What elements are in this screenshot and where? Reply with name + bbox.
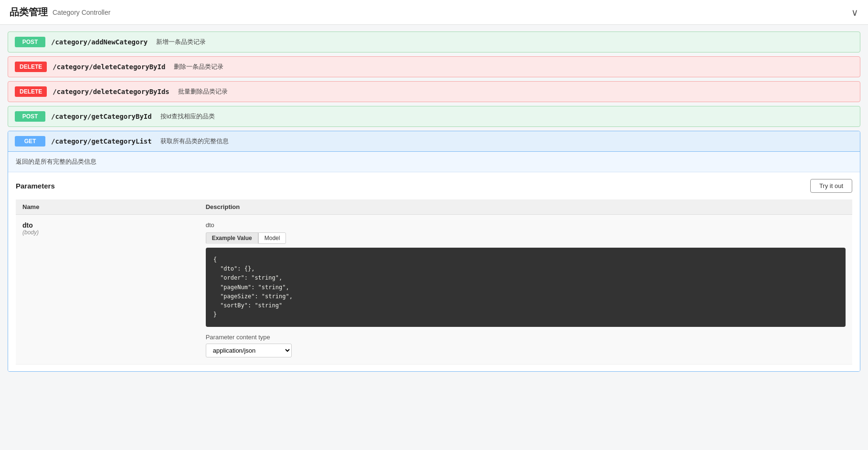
page-header: 品类管理 Category Controller ∨	[0, 0, 868, 25]
chevron-down-icon[interactable]: ∨	[851, 7, 858, 18]
method-badge-post: POST	[15, 111, 45, 122]
expanded-endpoint-desc: 获取所有品类的完整信息	[160, 137, 229, 146]
param-location: (body)	[22, 229, 192, 236]
example-value-tabs: Example Value Model	[206, 232, 846, 244]
page-title-en: Category Controller	[53, 9, 110, 16]
page-title-cn: 品类管理	[10, 6, 48, 19]
endpoint-desc: 批量删除品类记录	[178, 87, 228, 96]
param-name: dto	[22, 221, 192, 229]
endpoint-path: /category/getCategoryById	[51, 113, 152, 120]
table-header-row: Name Description	[16, 199, 852, 215]
param-desc: dto	[206, 221, 846, 229]
params-table: Name Description dto (body) dto Exam	[16, 199, 852, 365]
method-badge-delete: DELETE	[15, 62, 47, 72]
header-left: 品类管理 Category Controller	[10, 6, 110, 19]
endpoint-desc: 新增一条品类记录	[156, 38, 206, 46]
content-type-label: Parameter content type	[206, 334, 846, 341]
endpoint-desc: 删除一条品类记录	[174, 63, 223, 71]
endpoint-row[interactable]: DELETE /category/deleteCategoryById 删除一条…	[8, 56, 860, 77]
expanded-endpoint-path: /category/getCategoryList	[51, 137, 152, 145]
endpoint-row[interactable]: POST /category/addNewCategory 新增一条品类记录	[8, 31, 860, 52]
parameters-title: Parameters	[16, 182, 55, 190]
endpoint-row[interactable]: POST /category/getCategoryById 按id查找相应的品…	[8, 106, 860, 127]
col-header-description: Description	[199, 199, 852, 215]
model-tab[interactable]: Model	[258, 232, 286, 244]
code-block: { "dto": {}, "order": "string", "pageNum…	[206, 248, 846, 327]
endpoints-container: POST /category/addNewCategory 新增一条品类记录 D…	[0, 25, 868, 378]
param-content-type: Parameter content type application/json	[206, 334, 846, 357]
method-badge-get: GET	[15, 136, 45, 147]
parameters-header: Parameters Try it out	[16, 179, 852, 193]
endpoint-path: /category/deleteCategoryByIds	[53, 88, 169, 95]
parameters-section: Parameters Try it out Name Description d…	[8, 172, 860, 371]
expanded-endpoint-section: GET /category/getCategoryList 获取所有品类的完整信…	[8, 131, 860, 372]
expanded-endpoint-header[interactable]: GET /category/getCategoryList 获取所有品类的完整信…	[8, 131, 860, 152]
try-it-out-button[interactable]: Try it out	[810, 179, 852, 193]
method-badge-delete: DELETE	[15, 86, 47, 97]
col-header-name: Name	[16, 199, 199, 215]
method-badge-post: POST	[15, 37, 45, 47]
endpoint-path: /category/deleteCategoryById	[53, 63, 165, 71]
param-name-cell: dto (body)	[16, 215, 199, 365]
table-row: dto (body) dto Example Value Model { "dt…	[16, 215, 852, 365]
expanded-endpoint-summary: 返回的是所有完整的品类信息	[8, 152, 860, 172]
example-value-tab[interactable]: Example Value	[206, 232, 258, 244]
content-type-select[interactable]: application/json	[206, 344, 292, 357]
endpoint-path: /category/addNewCategory	[51, 38, 148, 46]
param-desc-cell: dto Example Value Model { "dto": {}, "or…	[199, 215, 852, 365]
endpoint-desc: 按id查找相应的品类	[160, 112, 215, 121]
endpoint-row[interactable]: DELETE /category/deleteCategoryByIds 批量删…	[8, 81, 860, 102]
